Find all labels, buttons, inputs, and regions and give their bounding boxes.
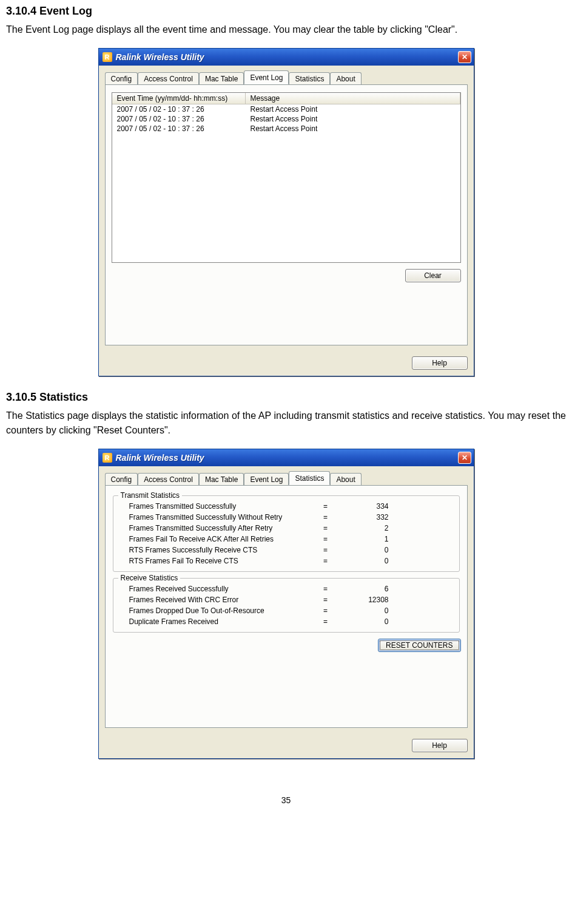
group-transmit-statistics: Transmit Statistics Frames Transmitted S… <box>113 495 460 572</box>
stat-label: Duplicate Frames Received <box>119 617 314 626</box>
tab-access-control[interactable]: Access Control <box>138 72 199 85</box>
tab-statistics[interactable]: Statistics <box>289 471 330 485</box>
table-header: Event Time (yy/mm/dd- hh:mm:ss) Message <box>112 93 460 104</box>
equals-sign: = <box>314 617 338 626</box>
stat-value: 0 <box>338 557 399 565</box>
titlebar: R Ralink Wireless Utility ✕ <box>99 449 474 466</box>
page-number: 35 <box>6 795 566 811</box>
clear-button[interactable]: Clear <box>405 269 461 282</box>
legend-receive: Receive Statistics <box>118 574 181 582</box>
tab-config[interactable]: Config <box>105 72 138 85</box>
table-row[interactable]: 2007 / 05 / 02 - 10 : 37 : 26 Restart Ac… <box>112 104 460 114</box>
tabstrip-event-log: Config Access Control Mac Table Event Lo… <box>105 70 468 85</box>
stat-value: 0 <box>338 606 399 615</box>
equals-sign: = <box>314 502 338 511</box>
table-row[interactable]: 2007 / 05 / 02 - 10 : 37 : 26 Restart Ac… <box>112 124 460 134</box>
cell-event-time: 2007 / 05 / 02 - 10 : 37 : 26 <box>112 104 246 114</box>
equals-sign: = <box>314 546 338 554</box>
stat-label: Frames Transmitted Successfully After Re… <box>119 524 314 532</box>
tab-mac-table[interactable]: Mac Table <box>199 473 244 486</box>
equals-sign: = <box>314 535 338 543</box>
stat-value: 2 <box>338 524 399 532</box>
event-log-table[interactable]: Event Time (yy/mm/dd- hh:mm:ss) Message … <box>112 92 461 263</box>
table-row[interactable]: 2007 / 05 / 02 - 10 : 37 : 26 Restart Ac… <box>112 114 460 124</box>
app-icon: R <box>103 453 112 463</box>
stat-row: RTS Frames Fail To Receive CTS = 0 <box>119 555 453 566</box>
equals-sign: = <box>314 585 338 593</box>
stat-value: 12308 <box>338 596 399 604</box>
tabstrip-statistics: Config Access Control Mac Table Event Lo… <box>105 471 468 486</box>
stat-value: 334 <box>338 502 399 511</box>
equals-sign: = <box>314 596 338 604</box>
stat-value: 0 <box>338 617 399 626</box>
tabpanel-statistics: Transmit Statistics Frames Transmitted S… <box>105 485 468 728</box>
stat-value: 332 <box>338 513 399 521</box>
equals-sign: = <box>314 557 338 565</box>
stat-value: 0 <box>338 546 399 554</box>
cell-message: Restart Access Point <box>246 124 460 134</box>
stat-row: Frames Received Successfully = 6 <box>119 583 453 594</box>
group-receive-statistics: Receive Statistics Frames Received Succe… <box>113 578 460 633</box>
stat-label: Frames Received Successfully <box>119 585 314 593</box>
equals-sign: = <box>314 513 338 521</box>
column-message[interactable]: Message <box>246 93 460 104</box>
tab-access-control[interactable]: Access Control <box>138 473 199 486</box>
stat-row: Frames Transmitted Successfully After Re… <box>119 523 453 534</box>
window-title: Ralink Wireless Utility <box>116 52 458 62</box>
titlebar: R Ralink Wireless Utility ✕ <box>99 49 474 66</box>
stat-label: Frames Received With CRC Error <box>119 596 314 604</box>
tab-mac-table[interactable]: Mac Table <box>199 72 244 85</box>
stat-label: RTS Frames Fail To Receive CTS <box>119 557 314 565</box>
stat-label: Frames Dropped Due To Out-of-Resource <box>119 606 314 615</box>
column-event-time[interactable]: Event Time (yy/mm/dd- hh:mm:ss) <box>112 93 246 104</box>
stat-label: Frames Fail To Receive ACK After All Ret… <box>119 535 314 543</box>
tab-event-log[interactable]: Event Log <box>244 70 289 84</box>
stat-row: Frames Received With CRC Error = 12308 <box>119 594 453 605</box>
stat-row: Duplicate Frames Received = 0 <box>119 616 453 627</box>
window-event-log: R Ralink Wireless Utility ✕ Config Acces… <box>98 48 474 376</box>
stat-row: RTS Frames Successfully Receive CTS = 0 <box>119 545 453 555</box>
stat-label: Frames Transmitted Successfully Without … <box>119 513 314 521</box>
cell-event-time: 2007 / 05 / 02 - 10 : 37 : 26 <box>112 114 246 124</box>
cell-message: Restart Access Point <box>246 104 460 114</box>
window-title: Ralink Wireless Utility <box>116 453 458 463</box>
paragraph-event-log: The Event Log page displays all the even… <box>6 22 566 37</box>
cell-event-time: 2007 / 05 / 02 - 10 : 37 : 26 <box>112 124 246 134</box>
paragraph-statistics: The Statistics page displays the statist… <box>6 409 566 438</box>
tab-event-log[interactable]: Event Log <box>244 473 289 486</box>
app-icon: R <box>103 52 112 62</box>
tab-about[interactable]: About <box>330 473 361 486</box>
legend-transmit: Transmit Statistics <box>118 491 183 500</box>
equals-sign: = <box>314 606 338 615</box>
tab-statistics[interactable]: Statistics <box>289 72 330 85</box>
stat-row: Frames Transmitted Successfully Without … <box>119 512 453 523</box>
window-statistics: R Ralink Wireless Utility ✕ Config Acces… <box>98 449 474 759</box>
close-icon[interactable]: ✕ <box>458 452 471 464</box>
heading-statistics: 3.10.5 Statistics <box>6 391 566 404</box>
equals-sign: = <box>314 524 338 532</box>
reset-counters-button[interactable]: RESET COUNTERS <box>378 639 460 652</box>
stat-label: RTS Frames Successfully Receive CTS <box>119 546 314 554</box>
stat-row: Frames Transmitted Successfully = 334 <box>119 501 453 512</box>
stat-row: Frames Dropped Due To Out-of-Resource = … <box>119 605 453 616</box>
heading-event-log: 3.10.4 Event Log <box>6 5 566 18</box>
cell-message: Restart Access Point <box>246 114 460 124</box>
stat-value: 6 <box>338 585 399 593</box>
help-button[interactable]: Help <box>412 356 468 370</box>
tab-about[interactable]: About <box>330 72 361 85</box>
tabpanel-event-log: Event Time (yy/mm/dd- hh:mm:ss) Message … <box>105 84 468 345</box>
stat-label: Frames Transmitted Successfully <box>119 502 314 511</box>
close-icon[interactable]: ✕ <box>458 51 471 63</box>
help-button[interactable]: Help <box>412 739 468 752</box>
stat-value: 1 <box>338 535 399 543</box>
stat-row: Frames Fail To Receive ACK After All Ret… <box>119 534 453 545</box>
tab-config[interactable]: Config <box>105 473 138 486</box>
